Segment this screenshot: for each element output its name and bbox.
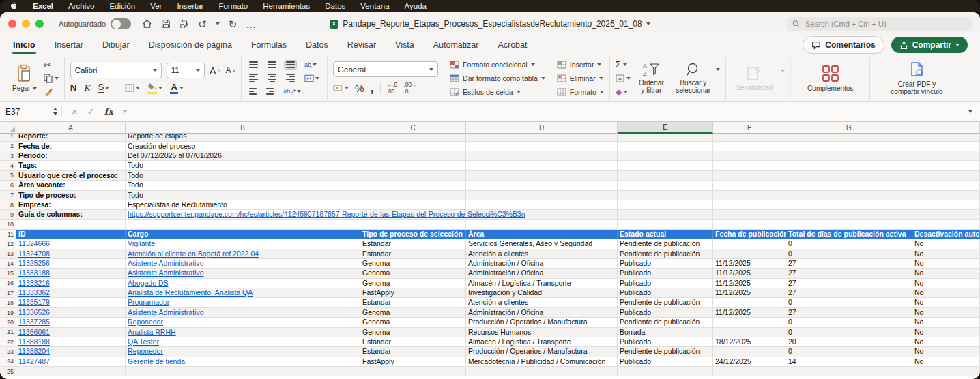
menu-item-ver[interactable]: Ver: [150, 2, 162, 10]
cell-B21[interactable]: Analista RRHH: [126, 328, 360, 337]
cell-E25[interactable]: [618, 367, 713, 376]
cell-B5[interactable]: Todo: [126, 171, 360, 181]
cell-D6[interactable]: [466, 181, 618, 190]
undo-icon[interactable]: ↺: [198, 19, 207, 29]
cell-G19[interactable]: 27: [786, 308, 912, 318]
cell-G10[interactable]: [786, 220, 912, 230]
insert-cells-button[interactable]: Insertar: [557, 59, 604, 70]
decrease-indent-button[interactable]: [247, 87, 259, 95]
cell-F16[interactable]: 11/12/2025: [713, 279, 786, 288]
apple-icon[interactable]: [10, 1, 18, 11]
cell-G9[interactable]: [786, 210, 912, 219]
column-header-D[interactable]: D: [466, 122, 618, 134]
cell-A24[interactable]: 11427487: [16, 357, 126, 367]
share-button[interactable]: Compartir: [891, 37, 968, 53]
cell-B3[interactable]: Del 07/12/2025 al 07/01/2026: [126, 151, 360, 161]
cell-H17[interactable]: No: [912, 288, 980, 298]
title-dropdown-icon[interactable]: [646, 22, 650, 26]
cell-E12[interactable]: Pendiente de publicación: [618, 239, 713, 249]
cell-F3[interactable]: [713, 151, 786, 161]
cell-G16[interactable]: 27: [786, 279, 912, 288]
cell-E7[interactable]: [618, 191, 713, 200]
tab-fórmulas[interactable]: Fórmulas: [250, 37, 287, 54]
cell-G17[interactable]: 27: [786, 288, 912, 298]
cell-D2[interactable]: [466, 142, 618, 151]
row-header-17[interactable]: 17: [0, 288, 16, 298]
cell-A5[interactable]: Usuario que creó el proceso:: [16, 171, 126, 181]
column-header-B[interactable]: B: [126, 122, 360, 134]
save-as-icon[interactable]: [179, 19, 189, 29]
cell-D24[interactable]: Mercadotecnia / Publicidad / Comunicació…: [466, 357, 618, 367]
cell-E9[interactable]: [618, 210, 713, 219]
cell-A14[interactable]: 11325256: [16, 259, 126, 269]
cell-D16[interactable]: Almacén / Logística / Transporte: [466, 279, 618, 288]
tab-insertar[interactable]: Insertar: [54, 37, 84, 54]
cell-F18[interactable]: [713, 298, 786, 307]
increase-font-button[interactable]: A˄: [210, 65, 221, 76]
enter-formula-icon[interactable]: ✓: [87, 106, 95, 117]
cell-E23[interactable]: Pendiente de publicación: [618, 347, 713, 357]
insert-function-icon[interactable]: fx: [104, 106, 113, 117]
cell-E15[interactable]: Publicado: [618, 269, 713, 278]
row-header-2[interactable]: 2: [0, 142, 16, 151]
cell-A17[interactable]: 11333362: [16, 288, 126, 298]
cell-B14[interactable]: Asistente Administrativo: [126, 259, 360, 269]
cell-G11[interactable]: Total de días de publicación activa: [786, 230, 912, 239]
cell-B10[interactable]: [126, 220, 360, 230]
fill-color-button[interactable]: [147, 82, 162, 94]
cell-A6[interactable]: Área vacante:: [16, 181, 126, 190]
menu-item-edicion[interactable]: Edición: [109, 2, 135, 10]
tab-datos[interactable]: Datos: [305, 37, 329, 54]
cell-B2[interactable]: Creación del proceso: [126, 142, 360, 151]
cell-G23[interactable]: 0: [786, 347, 912, 357]
cell-C6[interactable]: [360, 181, 466, 190]
cell-G18[interactable]: 0: [786, 298, 912, 307]
minimize-window-button[interactable]: [22, 20, 30, 28]
cell-C7[interactable]: [360, 191, 466, 200]
cell-H4[interactable]: [912, 161, 980, 170]
cell-E5[interactable]: [618, 171, 713, 181]
menu-item-datos[interactable]: Datos: [325, 2, 345, 10]
cell-G15[interactable]: 27: [786, 269, 912, 278]
cell-H2[interactable]: [912, 142, 980, 151]
menu-item-herramientas[interactable]: Herramientas: [263, 2, 310, 10]
cell-H3[interactable]: [912, 151, 980, 161]
row-header-12[interactable]: 12: [0, 239, 16, 249]
column-header-h[interactable]: [912, 122, 980, 134]
cell-B23[interactable]: Reponedor: [126, 347, 360, 357]
cell-C15[interactable]: Genoma: [360, 269, 466, 278]
cell-B18[interactable]: Programador: [126, 298, 360, 307]
align-middle-button[interactable]: [265, 60, 278, 69]
cell-C12[interactable]: Estandar: [360, 239, 466, 249]
cell-E20[interactable]: Pendiente de publicación: [618, 318, 713, 327]
increase-indent-button[interactable]: [264, 87, 276, 95]
undo-dropdown-icon[interactable]: [216, 22, 220, 26]
menu-item-insertar[interactable]: Insertar: [177, 2, 203, 10]
decrease-font-button[interactable]: A˅: [225, 65, 235, 75]
cell-F4[interactable]: [713, 161, 786, 170]
cell-B4[interactable]: Todo: [126, 161, 360, 170]
zoom-window-button[interactable]: [35, 20, 44, 28]
align-top-button[interactable]: [247, 60, 260, 69]
cell-A20[interactable]: 11337285: [16, 318, 126, 327]
cell-E10[interactable]: [618, 220, 713, 230]
cell-E17[interactable]: Publicado: [618, 288, 713, 298]
cell-D21[interactable]: Recursos Humanos: [466, 328, 618, 337]
bold-button[interactable]: N: [70, 82, 77, 93]
cell-H13[interactable]: No: [912, 249, 980, 259]
cell-A19[interactable]: 11336526: [16, 308, 126, 318]
cell-D23[interactable]: Producción / Operarios / Manufactura: [466, 347, 618, 357]
cell-F23[interactable]: [713, 347, 786, 357]
cell-H20[interactable]: No: [912, 318, 980, 327]
cell-F11[interactable]: Fecha de publicación: [713, 230, 786, 239]
merge-center-button[interactable]: [302, 73, 321, 84]
align-bottom-button[interactable]: [284, 60, 297, 69]
cell-F17[interactable]: 11/12/2025: [713, 288, 786, 298]
cell-D18[interactable]: Atención a clientes: [466, 298, 618, 307]
cell-H18[interactable]: No: [912, 298, 980, 307]
cell-A10[interactable]: [16, 220, 126, 230]
cell-A11[interactable]: ID: [16, 230, 126, 239]
cell-H24[interactable]: No: [912, 357, 980, 367]
row-header-13[interactable]: 13: [0, 249, 16, 259]
save-icon[interactable]: [161, 19, 171, 29]
